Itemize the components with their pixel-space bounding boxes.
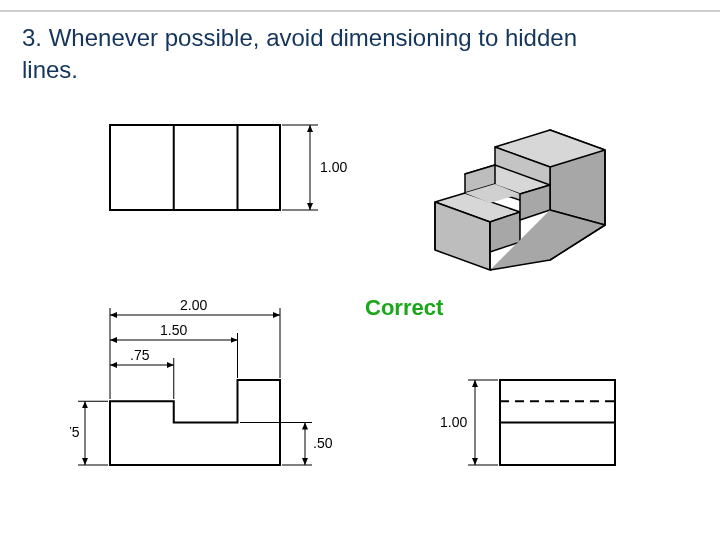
dim-front-w150: 1.50: [160, 322, 187, 338]
dim-front-w200: 2.00: [180, 297, 207, 313]
dim-side-height: 1.00: [440, 414, 467, 430]
side-view: 1.00: [440, 380, 615, 465]
top-divider: [0, 10, 720, 12]
svg-rect-0: [110, 125, 280, 210]
label-correct: Correct: [365, 295, 444, 320]
dim-front-w075: .75: [130, 347, 150, 363]
isometric-view: [435, 130, 605, 270]
front-view: .75 1.50 2.00 .75 .50: [70, 297, 333, 465]
page-title: 3. Whenever possible, avoid dimensioning…: [22, 22, 622, 87]
diagram-canvas: 1.00 .75 1.50 2.00 .75 .50: [70, 115, 700, 535]
dim-top-height: 1.00: [320, 159, 347, 175]
dim-front-h075: .75: [70, 424, 80, 440]
dim-front-h050: .50: [313, 435, 333, 451]
top-view: 1.00: [110, 125, 347, 210]
